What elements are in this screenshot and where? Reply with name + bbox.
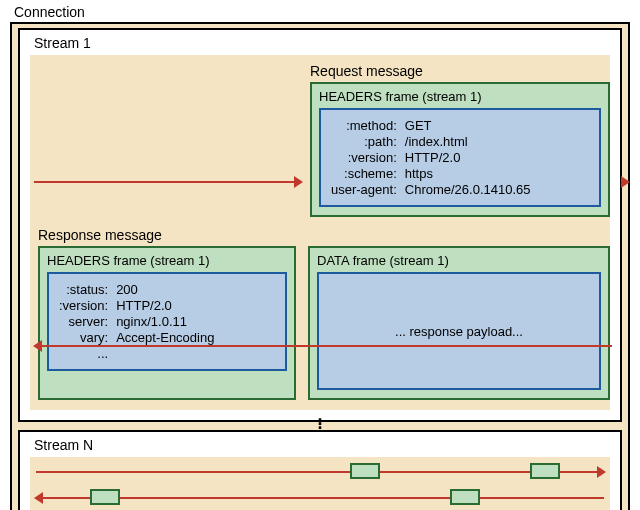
vertical-ellipsis-icon: ···: [317, 418, 322, 430]
frame-block-icon: [450, 489, 480, 505]
stream-1-body: Request message HEADERS frame (stream 1)…: [30, 55, 610, 410]
hdr-val: Accept-Encoding: [116, 330, 275, 345]
response-data-frame: DATA frame (stream 1) ... response paylo…: [308, 246, 610, 400]
hdr-val: /index.html: [405, 134, 589, 149]
hdr-key: user-agent:: [331, 182, 397, 197]
hdr-key: :status:: [59, 282, 108, 297]
request-label: Request message: [310, 63, 610, 79]
response-headers-frame-body: :status: 200 :version: HTTP/2.0 server: …: [47, 272, 287, 371]
hdr-val: HTTP/2.0: [116, 298, 275, 313]
hdr-val: [116, 346, 275, 361]
hdr-val: nginx/1.0.11: [116, 314, 275, 329]
stream-n-title: Stream N: [30, 436, 97, 454]
stream-n-arrow-right-icon: [36, 471, 604, 473]
response-data-frame-body: ... response payload...: [317, 272, 601, 390]
hdr-key: :method:: [331, 118, 397, 133]
response-data-frame-title: DATA frame (stream 1): [317, 253, 601, 268]
request-headers-frame: HEADERS frame (stream 1) :method: GET :p…: [310, 82, 610, 217]
hdr-val: 200: [116, 282, 275, 297]
request-arrow-icon: [34, 181, 300, 183]
hdr-val: https: [405, 166, 589, 181]
hdr-key: :version:: [59, 298, 108, 313]
frame-block-icon: [350, 463, 380, 479]
response-headers-frame-title: HEADERS frame (stream 1): [47, 253, 287, 268]
request-headers-frame-title: HEADERS frame (stream 1): [319, 89, 601, 104]
response-label: Response message: [38, 227, 610, 243]
stream-1-box: Stream 1 Request message HEADERS frame (…: [18, 28, 622, 422]
stream-1-title: Stream 1: [30, 34, 95, 52]
stream-n-arrow-left-icon: [36, 497, 604, 499]
response-arrow-icon: [36, 345, 612, 347]
stream-n-body: [30, 457, 610, 510]
frame-block-icon: [90, 489, 120, 505]
connection-box: Stream 1 Request message HEADERS frame (…: [10, 22, 630, 510]
hdr-key: ...: [59, 346, 108, 361]
hdr-val: HTTP/2.0: [405, 150, 589, 165]
http2-connection-diagram: Connection Stream 1 Request message HEAD…: [10, 4, 630, 510]
request-message: Request message HEADERS frame (stream 1)…: [310, 63, 610, 217]
hdr-val: GET: [405, 118, 589, 133]
response-payload-text: ... response payload...: [395, 324, 523, 339]
hdr-key: vary:: [59, 330, 108, 345]
hdr-key: :version:: [331, 150, 397, 165]
hdr-key: server:: [59, 314, 108, 329]
hdr-key: :path:: [331, 134, 397, 149]
request-headers-frame-body: :method: GET :path: /index.html :version…: [319, 108, 601, 207]
response-headers-frame: HEADERS frame (stream 1) :status: 200 :v…: [38, 246, 296, 400]
frame-block-icon: [530, 463, 560, 479]
response-message: Response message HEADERS frame (stream 1…: [38, 227, 610, 400]
hdr-key: :scheme:: [331, 166, 397, 181]
stream-n-box: ··· Stream N: [18, 430, 622, 510]
hdr-val: Chrome/26.0.1410.65: [405, 182, 589, 197]
connection-label: Connection: [14, 4, 630, 20]
